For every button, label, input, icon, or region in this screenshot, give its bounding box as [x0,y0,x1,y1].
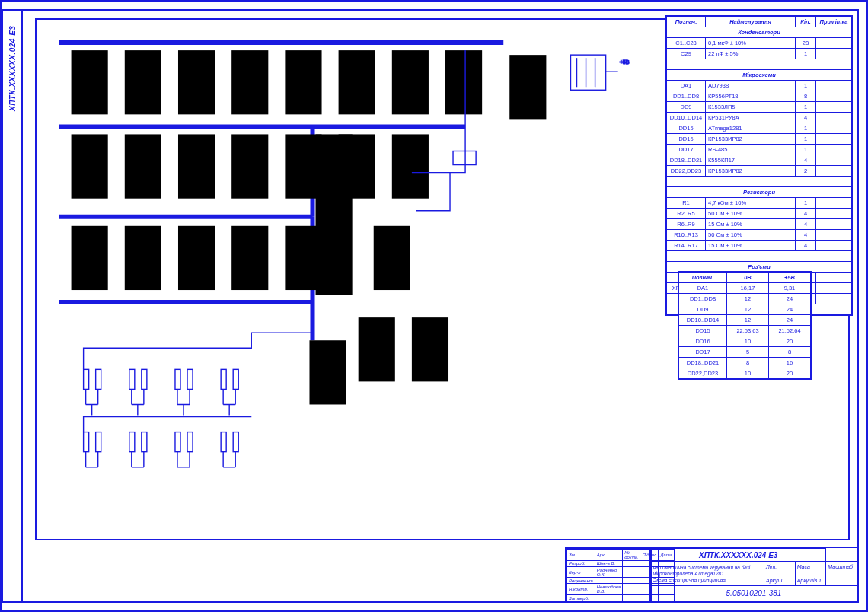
power-cell: 10 [727,336,769,347]
power-cell: 16 [769,358,811,368]
title-doc: ХПТК.ХХХХХХ.024 Е3 [651,549,826,562]
bom-cell [816,209,852,219]
bom-cell: 1 [796,145,816,155]
power-cell: 24 [769,315,811,326]
power-cell: 12 [727,294,769,304]
bom-section: Мікросхеми [667,70,852,81]
power-cell: DD15 [679,326,727,336]
bom-header: Найменування [706,17,796,27]
power-cell: 20 [769,368,811,379]
power-cell: 5 [727,347,769,358]
rev-cell [623,560,640,566]
bom-cell: 1 [796,81,816,91]
bom-cell: 15 Ом ± 10% [706,241,796,251]
power-cell: DD9 [679,304,727,315]
rev-cell [623,595,640,601]
bom-cell: DD15 [667,123,706,134]
power-cell: DD10..DD14 [679,315,727,326]
bom-cell: С1..С28 [667,38,706,49]
bom-cell: 1 [796,102,816,113]
bom-cell: С29 [667,49,706,59]
bom-cell [816,219,852,230]
bom-cell [816,123,852,134]
svg-text:+5В: +5В [620,59,630,65]
bom-cell: 1 [796,49,816,59]
rev-cell [595,595,623,601]
revision-table: Зм.Арк.№ докум.ПідписДата Розроб.Шев-в В… [565,547,652,603]
rev-cell: Н.контр. [567,584,595,595]
rev-header: Арк. [595,550,623,561]
bom-cell [816,230,852,241]
bom-cell: 8 [796,91,816,102]
bom-cell: DD10..DD14 [667,113,706,123]
power-cell: 20 [769,336,811,347]
rev-cell: Кер-л [567,566,595,578]
bom-section: Конденсатори [667,27,852,38]
doc-id-vertical: ХПТК.ХХХХХХ.024 Е3 [8,11,17,126]
drawing-sheet: ХПТК.ХХХХХХ.024 Е3 [0,0,868,612]
title-group: 5.05010201-381 [651,586,857,601]
bom-cell [816,102,852,113]
bom-cell [816,113,852,123]
bom-header: Кіл. [796,17,816,27]
title-line1: Автоматична система керування на базі [653,565,750,570]
bom-cell: DD9 [667,102,706,113]
power-cell: DD22,DD23 [679,368,727,379]
bom-cell: 1 [796,123,816,134]
rev-cell: Шев-в В. [595,560,623,566]
power-cell: DD18..DD21 [679,358,727,368]
power-cell: DA1 [679,283,727,294]
bom-cell [816,198,852,209]
bom-cell: КР1533ИР82 [706,166,796,177]
power-cell: 12 [727,304,769,315]
rev-cell [623,566,640,578]
bom-cell: КР531РУ8А [706,113,796,123]
bom-cell: 4 [796,155,816,166]
power-cell: 24 [769,294,811,304]
bom-cell: 4 [796,113,816,123]
bom-cell: 4 [796,219,816,230]
bom-cell: 22 пФ ± 5% [706,49,796,59]
bom-cell [816,294,852,304]
bom-cell: 1 [796,198,816,209]
bom-cell: DD16 [667,134,706,145]
bom-cell: RS-485 [706,145,796,155]
rev-cell [623,584,640,595]
title-line2: мікроконтролера ATmega1281 [653,571,724,576]
power-cell: 8 [769,347,811,358]
rev-cell: Радченко О.К. [595,566,623,578]
rev-cell: Невлюдова В.В. [595,584,623,595]
svg-rect-35 [453,151,476,165]
bom-section: Резистори [667,187,852,198]
power-cell: 24 [769,304,811,315]
bom-cell [816,134,852,145]
bom-cell [816,166,852,177]
title-block: ХПТК.ХХХХХХ.024 Е3 Автоматична система к… [649,547,859,603]
power-cell: DD17 [679,347,727,358]
power-cell: DD16 [679,336,727,347]
power-cell: 12 [727,315,769,326]
power-cell: 22,53,63 [727,326,769,336]
power-cell: 10 [727,368,769,379]
power-cell: 16,17 [727,283,769,294]
side-strip: ХПТК.ХХХХХХ.024 Е3 [2,9,21,603]
bom-cell: R14..R17 [667,241,706,251]
rev-cell: Затверд. [567,595,595,601]
bom-cell: КР1533ИР82 [706,134,796,145]
rev-cell: Розроб. [567,560,595,566]
bom-cell: К555КП17 [706,155,796,166]
resistor-network [84,333,313,467]
power-cell: 8 [727,358,769,368]
bom-cell [816,145,852,155]
inner-frame: +5В [21,9,859,603]
power-header: Познач. [679,273,727,283]
bom-cell: DD22,DD23 [667,166,706,177]
power-table: Познач.0В+5В DA116,179,31DD1..DD81224DD9… [678,271,812,380]
connector [453,151,476,165]
bom-cell [816,241,852,251]
bom-cell: R1 [667,198,706,209]
bom-cell [816,38,852,49]
power-cell: 21,52,64 [769,326,811,336]
rev-cell: Рецензент [567,578,595,584]
ic-row1-far-right [505,55,550,119]
